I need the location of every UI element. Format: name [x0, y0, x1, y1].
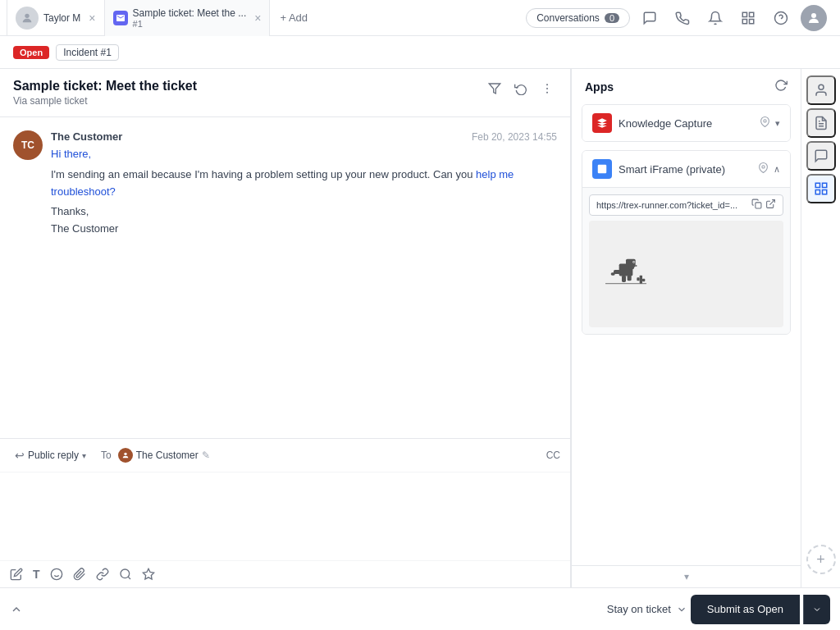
- cc-button[interactable]: CC: [546, 450, 560, 461]
- ai-icon[interactable]: [142, 568, 155, 581]
- conversations-panel-btn[interactable]: [806, 141, 836, 171]
- more-options-button[interactable]: [537, 79, 557, 98]
- knowledge-capture-chevron-icon[interactable]: ▾: [775, 118, 780, 129]
- svg-rect-2: [750, 12, 754, 16]
- search-content-icon[interactable]: [119, 568, 132, 581]
- svg-rect-31: [611, 272, 615, 275]
- knowledge-capture-icon: [592, 113, 612, 133]
- svg-rect-28: [633, 262, 634, 262]
- message-content: The Customer Feb 20, 2023 14:55 Hi there…: [51, 130, 557, 238]
- reply-body[interactable]: [0, 472, 570, 560]
- svg-rect-44: [822, 190, 826, 194]
- svg-rect-45: [815, 190, 819, 194]
- emoji-icon[interactable]: [50, 568, 63, 581]
- knowledge-capture-app: Knowledge Capture ▾: [582, 104, 791, 142]
- svg-rect-34: [628, 266, 634, 269]
- smart-iframe-icon: [592, 159, 612, 179]
- smart-iframe-title: Smart iFrame (private): [619, 163, 751, 176]
- user-avatar: [16, 7, 39, 30]
- bottom-bar: Stay on ticket Submit as Open: [0, 587, 840, 630]
- article-panel-btn[interactable]: [806, 108, 836, 138]
- apps-title: Apps: [585, 80, 614, 94]
- svg-point-0: [25, 13, 29, 17]
- attach-icon[interactable]: [73, 568, 86, 581]
- submit-dropdown-button[interactable]: [803, 595, 830, 624]
- ticket-header: Sample ticket: Meet the ticket Via sampl…: [0, 69, 570, 117]
- icon-panel: +: [801, 69, 840, 587]
- apps-header: Apps: [572, 69, 801, 104]
- reply-to-name: The Customer: [136, 450, 199, 461]
- smart-iframe-pin-icon[interactable]: [758, 162, 769, 176]
- svg-line-16: [128, 577, 130, 579]
- user-tab-close[interactable]: ×: [89, 11, 95, 25]
- sender-avatar: TC: [13, 130, 43, 160]
- message-line2-start: I'm sending an email because I'm having …: [51, 168, 476, 180]
- iframe-open-external-icon[interactable]: [765, 199, 776, 212]
- incident-badge: Incident #1: [56, 44, 119, 61]
- iframe-url-text: https://trex-runner.com?ticket_id=...: [596, 200, 748, 210]
- ticket-tab-close[interactable]: ×: [254, 11, 261, 25]
- svg-point-9: [546, 88, 548, 89]
- reply-header: ↩ Public reply ▾ To The Customer ✎ CC: [0, 439, 570, 472]
- message-item: TC The Customer Feb 20, 2023 14:55 Hi th…: [13, 130, 557, 238]
- history-button[interactable]: [511, 79, 531, 98]
- compose-icon[interactable]: [10, 568, 23, 581]
- svg-rect-1: [742, 12, 746, 16]
- grid-icon-btn[interactable]: [735, 5, 761, 31]
- svg-rect-29: [636, 265, 637, 267]
- svg-point-15: [121, 569, 130, 578]
- knowledge-capture-header[interactable]: Knowledge Capture ▾: [582, 105, 790, 141]
- reply-textarea[interactable]: [10, 482, 560, 548]
- submit-button[interactable]: Submit as Open: [691, 595, 800, 624]
- user-tab-label: Taylor M: [43, 12, 80, 24]
- user-profile-avatar[interactable]: [801, 5, 827, 31]
- chat-icon-btn[interactable]: [637, 5, 663, 31]
- text-format-icon[interactable]: T: [33, 568, 40, 581]
- apps-panel-btn[interactable]: [806, 174, 836, 203]
- phone-icon-btn[interactable]: [669, 5, 696, 31]
- link-icon[interactable]: [96, 568, 109, 581]
- help-icon-btn[interactable]: [768, 5, 794, 31]
- apps-sidebar-inner: Apps Knowledge Capture ▾: [572, 69, 801, 565]
- filter-button[interactable]: [485, 79, 504, 98]
- bell-icon-btn[interactable]: [702, 5, 728, 31]
- add-tab-label: + Add: [280, 11, 308, 24]
- svg-rect-19: [598, 165, 607, 174]
- sub-navigation: Open Incident #1: [0, 36, 840, 69]
- iframe-preview: [589, 221, 783, 327]
- knowledge-capture-pin-icon[interactable]: [760, 116, 770, 130]
- conversations-button[interactable]: Conversations 0: [526, 8, 630, 28]
- expand-button[interactable]: [10, 603, 23, 616]
- svg-point-18: [764, 120, 766, 122]
- ticket-area: Sample ticket: Meet the ticket Via sampl…: [0, 69, 571, 587]
- svg-line-24: [769, 200, 774, 205]
- iframe-copy-icon[interactable]: [751, 199, 762, 212]
- stay-on-ticket-button[interactable]: Stay on ticket: [607, 600, 687, 619]
- apps-refresh-icon[interactable]: [774, 79, 788, 94]
- svg-point-8: [546, 84, 548, 85]
- ticket-header-actions: [485, 79, 557, 98]
- svg-point-39: [819, 84, 824, 89]
- knowledge-capture-title: Knowledge Capture: [619, 117, 753, 130]
- svg-rect-37: [637, 277, 639, 281]
- smart-iframe-app: Smart iFrame (private) ∧ https://trex-ru…: [582, 150, 791, 335]
- sidebar-scroll-indicator: ▾: [572, 565, 801, 587]
- reply-type-button[interactable]: ↩ Public reply ▾: [10, 445, 91, 465]
- add-panel-btn[interactable]: +: [806, 545, 836, 574]
- ticket-tab-sublabel: #1: [133, 19, 247, 29]
- ticket-tab-icon: [113, 11, 128, 25]
- edit-recipient-icon[interactable]: ✎: [202, 450, 210, 461]
- svg-marker-7: [489, 84, 500, 94]
- smart-iframe-chevron-icon[interactable]: ∧: [774, 164, 780, 175]
- svg-rect-33: [628, 276, 632, 281]
- status-badge: Open: [13, 46, 49, 59]
- smart-iframe-header[interactable]: Smart iFrame (private) ∧: [582, 151, 790, 187]
- user-tab[interactable]: Taylor M ×: [7, 0, 105, 36]
- add-tab[interactable]: + Add: [270, 0, 317, 36]
- ticket-tab[interactable]: Sample ticket: Meet the ... #1 ×: [105, 0, 271, 36]
- dino-icon: [605, 253, 646, 294]
- bottom-left: [10, 603, 23, 616]
- smart-iframe-content: https://trex-runner.com?ticket_id=...: [582, 187, 790, 334]
- user-info-panel-btn[interactable]: [806, 75, 836, 105]
- knowledge-capture-actions: ▾: [760, 116, 780, 130]
